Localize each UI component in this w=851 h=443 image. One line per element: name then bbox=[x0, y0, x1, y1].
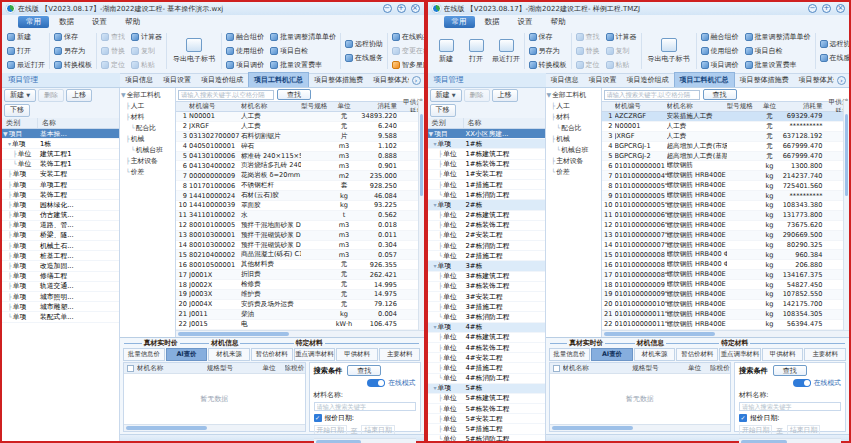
project-tree-row[interactable]: ├单位 1#措施工程 bbox=[428, 180, 545, 190]
project-tree-row[interactable]: ├单项 修缮工程 bbox=[2, 272, 119, 282]
vertical-scrollbar[interactable] bbox=[418, 101, 424, 330]
table-row[interactable]: 19 010100000009"1 螺纹钢筋 HRB400E Φ16 kg 10… bbox=[602, 290, 844, 300]
toolbar-button[interactable]: 导出电子标书 bbox=[171, 38, 217, 64]
toolbar-button[interactable]: 计算器 bbox=[606, 31, 637, 44]
search-input[interactable] bbox=[178, 90, 274, 100]
toolbar-button[interactable]: 转换模板 bbox=[54, 59, 92, 72]
category-tree-item[interactable]: ▼全部工料机 bbox=[120, 89, 175, 100]
project-tree-row[interactable]: ├单位 建筑工程1 bbox=[2, 149, 119, 159]
bottom-tab[interactable]: 甲供材料 bbox=[336, 348, 378, 361]
toolbar-button[interactable]: 定位 bbox=[101, 59, 125, 72]
toolbar-button[interactable]: 保存 bbox=[54, 31, 92, 44]
toolbar-button[interactable]: 导出电子标书 bbox=[646, 38, 692, 64]
category-tree-item[interactable]: ├主材设备 bbox=[120, 155, 175, 166]
table-row[interactable]: 21 010100000011"1 螺纹钢筋 HRB400E Φ20 kg 10… bbox=[602, 310, 844, 320]
tree-delete-button[interactable]: 删除 bbox=[464, 89, 490, 102]
category-tree-item[interactable]: ├人工 bbox=[120, 100, 175, 111]
category-tree-item[interactable]: └机械台班 bbox=[120, 144, 175, 155]
project-tree-row[interactable]: ▾单项 1栋 bbox=[2, 139, 119, 149]
select-all-checkbox[interactable] bbox=[553, 365, 560, 372]
main-tab[interactable]: 项目整体措施费 bbox=[735, 73, 794, 87]
toolbar-button[interactable]: 替换 bbox=[101, 45, 125, 58]
bottom-find-button[interactable]: 查找 bbox=[347, 365, 381, 376]
project-tree-row[interactable]: ▾单项 2#栋 bbox=[428, 200, 545, 210]
menu-item[interactable]: 设置 bbox=[84, 16, 115, 28]
toolbar-button[interactable]: 查找 bbox=[101, 31, 125, 44]
bottom-tab[interactable]: 批量信息价 bbox=[549, 348, 591, 361]
toolbar-button[interactable]: 远程协助 bbox=[820, 38, 850, 51]
bottom-tab[interactable]: 重点调率材料 bbox=[719, 348, 761, 361]
table-row[interactable]: 3 031302700007 石料切割锯片 片 9.588 bbox=[176, 132, 418, 142]
toolbar-button[interactable]: 粘贴 bbox=[606, 59, 637, 72]
project-manage-pane-tab[interactable]: 项目管理 bbox=[2, 73, 120, 87]
main-tab[interactable]: 项目造价组成 bbox=[622, 73, 674, 87]
project-tree-row[interactable]: ├单位 3#栋装饰工程 bbox=[428, 282, 545, 292]
project-tree-row[interactable]: ├单位 1#栋建筑工程 bbox=[428, 149, 545, 159]
project-tree-row[interactable]: ├单项 轨道交通... bbox=[2, 282, 119, 292]
table-row[interactable]: 17 J0001X 折旧费 元 262.421 bbox=[176, 270, 418, 280]
project-tree-row[interactable]: ▼项目 XX小区房建... bbox=[428, 129, 545, 139]
table-row[interactable]: 22 J0015 电 kW·h 106.475 bbox=[176, 320, 418, 330]
table-row[interactable]: 15 010100000008 螺纹钢筋 HRB400 Φ14 kg 960.3… bbox=[602, 250, 844, 260]
main-tab[interactable]: 项目整体措施费 bbox=[309, 73, 368, 87]
toolbar-button[interactable]: 打开 bbox=[463, 39, 490, 64]
project-tree-row[interactable]: ├单位 2#栋消防工程 bbox=[428, 241, 545, 251]
tab-overflow-icon[interactable]: › bbox=[837, 76, 846, 85]
main-tab[interactable]: 项目整体其他费 bbox=[368, 73, 409, 87]
table-row[interactable]: 9 14410000024 石材(云石)胶 kg 46.084 bbox=[176, 191, 418, 201]
project-manage-pane-tab[interactable]: 项目管理 bbox=[428, 73, 546, 87]
category-tree-item[interactable]: ├材料 bbox=[546, 111, 601, 122]
toolbar-button[interactable]: 另存为 bbox=[529, 45, 567, 58]
tab-overflow-icon[interactable]: › bbox=[412, 76, 421, 85]
toolbar-button[interactable]: 最近打开 bbox=[493, 39, 520, 64]
table-row[interactable]: 12 010100000006"1 螺纹钢筋 HRB400E Φ10 kg 73… bbox=[602, 221, 844, 231]
project-tree-row[interactable]: ├单项 桩基工程... bbox=[2, 251, 119, 261]
project-tree-row[interactable]: ▾单项 5#栋 bbox=[428, 384, 545, 394]
toolbar-button[interactable]: 定位 bbox=[576, 59, 600, 72]
table-row[interactable]: 4 04050100001 碎石 m3 1.102 bbox=[176, 142, 418, 152]
table-row[interactable]: 2 JXRGF 人工费 元 6.240 bbox=[176, 122, 418, 132]
minimize-icon[interactable]: − bbox=[808, 4, 817, 13]
category-tree-item[interactable]: ├材料 bbox=[120, 111, 175, 122]
table-row[interactable]: 8 010100000005"1 螺纹钢筋 HRB400E Φ8 kg 7254… bbox=[602, 181, 844, 191]
close-icon[interactable]: × bbox=[411, 4, 420, 13]
vertical-scrollbar[interactable] bbox=[843, 101, 849, 330]
main-tab[interactable]: 项目设置 bbox=[584, 73, 622, 87]
table-row[interactable]: 14 010100000007"1 螺纹钢筋 HRB400E Φ12 kg 80… bbox=[602, 241, 844, 251]
project-tree-row[interactable]: ├单位 3#措施工程 bbox=[428, 302, 545, 312]
maximize-icon[interactable]: + bbox=[397, 4, 406, 13]
find-button[interactable]: 查找 bbox=[277, 89, 311, 100]
table-row[interactable]: 1 AZCZRGF 安装措施人工费 元 69329.479 bbox=[602, 112, 844, 122]
project-tree-row[interactable]: ├单位 5#栋建筑工程 bbox=[428, 394, 545, 404]
tree-delete-button[interactable]: 删除 bbox=[38, 89, 64, 102]
project-tree-row[interactable]: └单位 4#栋消防工程 bbox=[428, 374, 545, 384]
bottom-tab[interactable]: 材机来源 bbox=[208, 348, 250, 361]
toolbar-button[interactable]: 打开 bbox=[7, 45, 45, 58]
toolbar-button[interactable]: 最近打开 bbox=[7, 59, 45, 72]
main-tab[interactable]: 项目整体其他费 bbox=[794, 73, 835, 87]
toolbar-button[interactable]: 融合组价 bbox=[701, 31, 739, 44]
menu-item[interactable]: 数据 bbox=[477, 16, 508, 28]
bottom-tab[interactable]: 暂估价材料 bbox=[676, 348, 718, 361]
table-row[interactable]: 8 10170100006 不锈钢栏杆 套 928.250 bbox=[176, 181, 418, 191]
online-mode-toggle[interactable] bbox=[793, 379, 811, 387]
table-row[interactable]: 9 010100000005 螺纹钢筋 HRB400E Φ8 kg ******… bbox=[602, 191, 844, 201]
project-tree-row[interactable]: ├单位 1#安装工程 bbox=[428, 170, 545, 180]
bottom-list-scrollbar[interactable] bbox=[550, 424, 731, 431]
bottom-tab[interactable]: 材机来源 bbox=[634, 348, 676, 361]
main-tab[interactable]: 项目工料机汇总 bbox=[674, 72, 735, 87]
material-name-input[interactable] bbox=[314, 402, 416, 411]
material-name-input[interactable] bbox=[739, 402, 841, 411]
project-tree-row[interactable]: ├单项 城市雕塑... bbox=[2, 302, 119, 312]
toolbar-button[interactable]: 计算器 bbox=[131, 31, 162, 44]
bottom-tab[interactable]: AI查价 bbox=[591, 348, 633, 361]
toolbar-button[interactable]: 转换模板 bbox=[529, 59, 567, 72]
search-panel-scrollbar[interactable] bbox=[739, 438, 841, 443]
project-tree-row[interactable]: ├单项 仿古建筑... bbox=[2, 211, 119, 221]
project-tree-row[interactable]: ├单项 装饰工程 bbox=[2, 190, 119, 200]
project-tree-row[interactable]: ├单项 单项工程 bbox=[2, 180, 119, 190]
toolbar-button[interactable]: 使用组价 bbox=[226, 45, 264, 58]
table-row[interactable]: 3 JXRGF 人工费 元 637128.192 bbox=[602, 132, 844, 142]
toolbar-button[interactable]: 项目调价 bbox=[226, 59, 264, 72]
toolbar-button[interactable]: 项目自检 bbox=[270, 45, 336, 58]
